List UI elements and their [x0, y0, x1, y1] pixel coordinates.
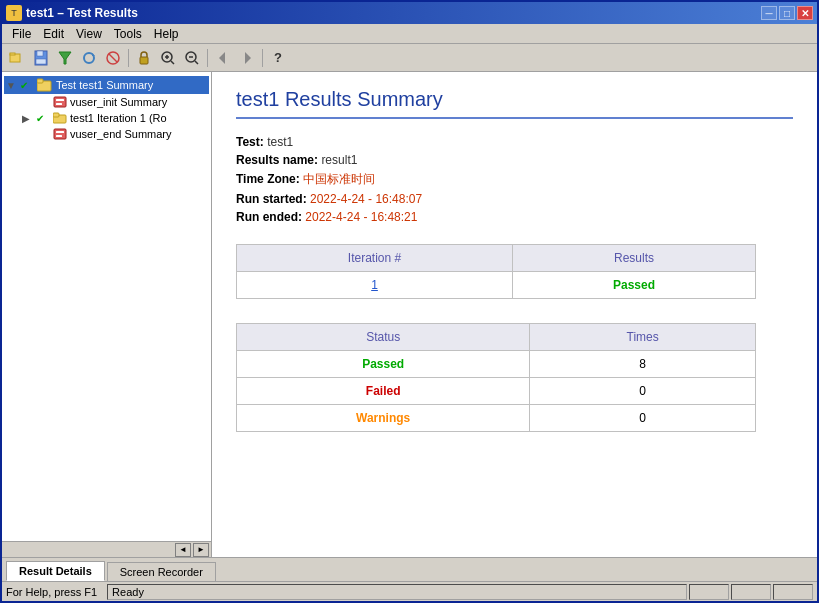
- close-button[interactable]: ✕: [797, 6, 813, 20]
- check-icon-2: ✔: [36, 97, 50, 108]
- status-failed: Failed: [237, 378, 530, 405]
- svg-line-16: [195, 61, 198, 64]
- lock-button[interactable]: [133, 47, 155, 69]
- svg-rect-24: [56, 103, 62, 105]
- summary-title: test1 Results Summary: [236, 88, 793, 119]
- status-seg-1: [689, 584, 729, 600]
- scroll-right-btn[interactable]: ►: [193, 543, 209, 557]
- tree-item-vuser-init[interactable]: ▶ ✔ vuser_init Summary: [4, 94, 209, 110]
- status-seg-2: [731, 584, 771, 600]
- maximize-button[interactable]: □: [779, 6, 795, 20]
- menu-tools[interactable]: Tools: [108, 25, 148, 43]
- menu-help[interactable]: Help: [148, 25, 185, 43]
- test-row: Test: test1: [236, 135, 793, 149]
- col-results: Results: [513, 245, 756, 272]
- check-icon: ✔: [20, 80, 34, 91]
- tab-screen-recorder[interactable]: Screen Recorder: [107, 562, 216, 581]
- svg-rect-1: [10, 53, 15, 55]
- col-status: Status: [237, 324, 530, 351]
- toolbar-sep-1: [128, 49, 129, 67]
- test-value: test1: [267, 135, 293, 149]
- filter-button[interactable]: [54, 47, 76, 69]
- status-ready: Ready: [107, 584, 687, 600]
- svg-line-12: [171, 61, 174, 64]
- svg-rect-3: [37, 51, 43, 56]
- main-window: T test1 – Test Results ─ □ ✕ File Edit V…: [0, 0, 819, 603]
- tree-label-iteration: test1 Iteration 1 (Ro: [70, 112, 167, 124]
- svg-rect-27: [54, 129, 66, 139]
- check-icon-3: ✔: [36, 113, 50, 124]
- app-icon: T: [6, 5, 22, 21]
- results-name-row: Results name: result1: [236, 153, 793, 167]
- check-icon-4: ✔: [36, 129, 50, 140]
- svg-rect-29: [56, 135, 62, 137]
- bottom-tabs: Result Details Screen Recorder: [2, 557, 817, 581]
- times-failed: 0: [530, 378, 756, 405]
- expand-icon: ▼: [6, 80, 20, 91]
- run-started-label: Run started:: [236, 192, 307, 206]
- tree-item-root[interactable]: ▼ ✔ Test test1 Summary: [4, 76, 209, 94]
- tree-item-vuser-end[interactable]: ▶ ✔ vuser_end Summary: [4, 126, 209, 142]
- refresh-button[interactable]: [78, 47, 100, 69]
- iteration-result: Passed: [513, 272, 756, 299]
- iteration-number[interactable]: 1: [237, 272, 513, 299]
- iteration-row-1: 1 Passed: [237, 272, 756, 299]
- tree-scrollbar: ◄ ►: [2, 541, 211, 557]
- run-ended-value: 2022-4-24 - 16:48:21: [305, 210, 417, 224]
- svg-rect-4: [36, 59, 46, 64]
- main-area: ▼ ✔ Test test1 Summary ▶ ✔: [2, 72, 817, 557]
- open-button[interactable]: [6, 47, 28, 69]
- help-text: For Help, press F1: [6, 586, 105, 598]
- col-iteration: Iteration #: [237, 245, 513, 272]
- tree-view: ▼ ✔ Test test1 Summary ▶ ✔: [2, 72, 211, 541]
- zoom-in-button[interactable]: [157, 47, 179, 69]
- col-times: Times: [530, 324, 756, 351]
- toolbar: ?: [2, 44, 817, 72]
- svg-marker-19: [245, 52, 251, 64]
- content-area: test1 Results Summary Test: test1 Result…: [212, 72, 817, 557]
- run-started-value: 2022-4-24 - 16:48:07: [310, 192, 422, 206]
- scroll-left-btn[interactable]: ◄: [175, 543, 191, 557]
- times-warnings: 0: [530, 405, 756, 432]
- status-row-warnings: Warnings 0: [237, 405, 756, 432]
- svg-marker-7: [92, 53, 95, 56]
- window-title: test1 – Test Results: [26, 6, 138, 20]
- tree-item-iteration[interactable]: ▶ ✔ test1 Iteration 1 (Ro: [4, 110, 209, 126]
- menu-file[interactable]: File: [6, 25, 37, 43]
- times-passed: 8: [530, 351, 756, 378]
- back-button[interactable]: [212, 47, 234, 69]
- test-label: Test:: [236, 135, 264, 149]
- svg-marker-5: [59, 52, 71, 64]
- expand-icon-2: ▶: [22, 97, 36, 108]
- svg-line-9: [109, 54, 117, 62]
- stop-button[interactable]: [102, 47, 124, 69]
- status-seg-3: [773, 584, 813, 600]
- tab-result-details[interactable]: Result Details: [6, 561, 105, 581]
- right-panel: test1 Results Summary Test: test1 Result…: [212, 72, 817, 557]
- status-row-failed: Failed 0: [237, 378, 756, 405]
- run-ended-row: Run ended: 2022-4-24 - 16:48:21: [236, 210, 793, 224]
- status-passed: Passed: [237, 351, 530, 378]
- menu-edit[interactable]: Edit: [37, 25, 70, 43]
- menu-view[interactable]: View: [70, 25, 108, 43]
- tree-label-vuser-end: vuser_end Summary: [70, 128, 172, 140]
- svg-rect-22: [54, 97, 66, 107]
- forward-button[interactable]: [236, 47, 258, 69]
- left-panel: ▼ ✔ Test test1 Summary ▶ ✔: [2, 72, 212, 557]
- node-icon-2: [53, 128, 67, 140]
- help-button[interactable]: ?: [267, 47, 289, 69]
- expand-icon-3: ▶: [22, 113, 36, 124]
- svg-marker-18: [219, 52, 225, 64]
- minimize-button[interactable]: ─: [761, 6, 777, 20]
- svg-rect-28: [56, 131, 64, 133]
- status-table: Status Times Passed 8 Failed 0: [236, 323, 756, 432]
- toolbar-sep-3: [262, 49, 263, 67]
- tree-label-vuser-init: vuser_init Summary: [70, 96, 167, 108]
- zoom-out-button[interactable]: [181, 47, 203, 69]
- toolbar-sep-2: [207, 49, 208, 67]
- folder-icon: [37, 78, 53, 92]
- run-started-row: Run started: 2022-4-24 - 16:48:07: [236, 192, 793, 206]
- save-button[interactable]: [30, 47, 52, 69]
- status-warnings: Warnings: [237, 405, 530, 432]
- run-ended-label: Run ended:: [236, 210, 302, 224]
